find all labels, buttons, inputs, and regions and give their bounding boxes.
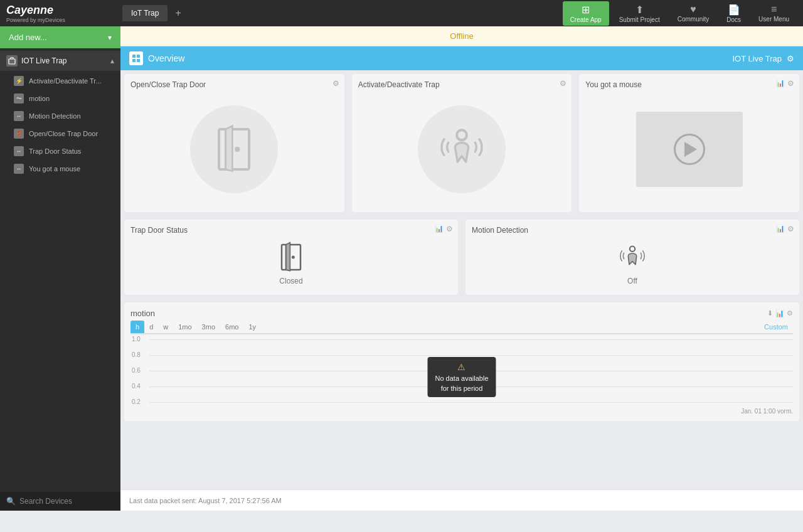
main-layout: Add new... ▾ IOT Live Trap ▴ ⚡ <box>0 26 803 511</box>
chart-line-0.2: 0.2 <box>149 402 793 403</box>
docs-label: Docs <box>726 16 741 23</box>
sidebar-item-you-got-a-mouse[interactable]: ↔ You got a mouse <box>0 160 120 178</box>
mouse-sidebar-icon: ↔ <box>14 164 24 174</box>
sidebar-item-trap-door-status[interactable]: ↔ Trap Door Status <box>0 142 120 160</box>
chart-time-tabs: h d w 1mo 3mo 6mo 1y Custom <box>130 321 793 334</box>
search-devices-bar[interactable]: 🔍 Search Devices <box>0 492 120 511</box>
trap-door-status-settings-icon[interactable]: ⚙ <box>446 225 453 233</box>
activate-deactivate-circle[interactable] <box>418 105 506 193</box>
settings-icon[interactable]: ⚙ <box>787 54 794 63</box>
community-button[interactable]: ♥ Community <box>670 1 717 25</box>
submit-project-icon: ⬆ <box>635 4 644 16</box>
user-menu-button[interactable]: ≡ User Menu <box>751 1 797 25</box>
open-close-settings-icon[interactable]: ⚙ <box>332 79 339 88</box>
svg-rect-8 <box>282 245 300 270</box>
logo-sub: Powered by myDevices <box>6 17 116 23</box>
logo-text: Cayenne <box>6 4 116 17</box>
svg-rect-1 <box>132 55 136 58</box>
nav-plus-button[interactable]: + <box>170 5 186 21</box>
content-scroll: Open/Close Trap Door ⚙ <box>120 70 803 489</box>
activate-deactivate-icon: ⚡ <box>14 76 24 86</box>
download-icon[interactable]: ⬇ <box>767 309 773 317</box>
svg-point-9 <box>292 256 295 259</box>
svg-rect-2 <box>137 55 140 58</box>
sidebar-item-open-close-trap-door[interactable]: 🚪 Open/Close Trap Door <box>0 125 120 142</box>
motion-chart-title: motion <box>130 309 155 318</box>
motion-detection-sidebar-icon: ↔ <box>14 111 24 121</box>
search-icon: 🔍 <box>6 497 16 506</box>
overview-device-title: IOT Live Trap <box>732 54 782 63</box>
no-data-line2: for this period <box>441 385 483 392</box>
chart-tab-1y[interactable]: 1y <box>243 321 261 333</box>
chart-expand-icon[interactable]: 📊 <box>775 309 784 317</box>
chart-tab-h[interactable]: h <box>130 321 144 333</box>
content-area: Offline Overview IOT Live Trap ⚙ <box>120 26 803 511</box>
sidebar-item-activate-deactivate[interactable]: ⚡ Activate/Deactivate Tr... <box>0 72 120 90</box>
trap-door-status-icon <box>275 242 307 273</box>
chart-tab-custom[interactable]: Custom <box>759 321 793 333</box>
svg-rect-4 <box>137 59 140 62</box>
docs-button[interactable]: 📄 Docs <box>719 1 748 26</box>
activate-deactivate-body <box>358 93 566 206</box>
sidebar-item-motion[interactable]: 〜 motion <box>0 90 120 107</box>
add-new-button[interactable]: Add new... ▾ <box>0 26 120 48</box>
trap-door-status-label: Closed <box>279 277 302 285</box>
you-got-a-mouse-settings-icon[interactable]: ⚙ <box>787 79 794 88</box>
user-menu-label: User Menu <box>758 16 789 23</box>
device-group: IOT Live Trap ▴ ⚡ Activate/Deactivate Tr… <box>0 51 120 179</box>
tab-area: IoT Trap + <box>122 5 563 21</box>
overview-header: Overview IOT Live Trap ⚙ <box>120 46 803 70</box>
motion-sidebar-icon: 〜 <box>14 93 24 104</box>
chart-tab-1mo[interactable]: 1mo <box>173 321 196 333</box>
motion-detection-body: Off <box>472 238 793 289</box>
device-header-left: IOT Live Trap <box>6 55 66 66</box>
overview-header-right: IOT Live Trap ⚙ <box>732 54 794 63</box>
motion-detection-icon <box>617 242 648 273</box>
chart-tab-w[interactable]: w <box>158 321 173 333</box>
sidebar-item-motion-detection[interactable]: ↔ Motion Detection <box>0 107 120 125</box>
activate-deactivate-settings-icon[interactable]: ⚙ <box>560 79 566 88</box>
you-got-a-mouse-title: You got a mouse <box>585 80 793 89</box>
chart-tab-3mo[interactable]: 3mo <box>197 321 220 333</box>
bottom-widget-row: Trap Door Status 📊 ⚙ <box>120 216 803 299</box>
activate-deactivate-widget: Activate/Deactivate Trap ⚙ <box>352 74 572 212</box>
chart-icon2[interactable]: 📊 <box>435 225 444 233</box>
open-close-title: Open/Close Trap Door <box>130 80 338 89</box>
chart-line-0.8: 0.8 <box>149 355 793 356</box>
device-name: IOT Live Trap <box>21 56 66 65</box>
play-button[interactable] <box>674 134 705 165</box>
svg-rect-3 <box>132 59 136 62</box>
chart-no-data-tooltip: ⚠ No data available for this period <box>427 357 496 397</box>
chart-tab-6mo[interactable]: 6mo <box>220 321 243 333</box>
sidebar-items: ⚡ Activate/Deactivate Tr... 〜 motion ↔ M… <box>0 71 120 179</box>
motion-detection-settings: 📊 ⚙ <box>776 225 794 233</box>
device-header-iot-live-trap[interactable]: IOT Live Trap ▴ <box>0 51 120 71</box>
community-label: Community <box>678 16 710 23</box>
chart-icon3[interactable]: 📊 <box>776 225 785 233</box>
device-icon <box>6 55 18 66</box>
chart-settings-icon[interactable]: ⚙ <box>787 309 793 317</box>
motion-chart-widget: motion ⬇ 📊 ⚙ h d w 1mo 3mo 6mo 1y Custom <box>124 302 799 421</box>
top-nav: Cayenne Powered by myDevices IoT Trap + … <box>0 0 803 26</box>
overview-icon <box>129 51 143 65</box>
chevron-down-icon: ▾ <box>108 33 112 42</box>
open-close-trap-door-widget: Open/Close Trap Door ⚙ <box>124 74 344 212</box>
open-close-circle[interactable] <box>190 105 278 193</box>
chart-x-label: Jan. 01 1:00 vorm. <box>741 408 793 415</box>
chart-tab-d[interactable]: d <box>144 321 158 333</box>
community-icon: ♥ <box>690 4 696 15</box>
offline-banner: Offline <box>120 26 803 46</box>
video-player[interactable] <box>636 112 743 187</box>
chart-icon[interactable]: 📊 <box>776 79 785 88</box>
motion-detection-settings-icon[interactable]: ⚙ <box>787 225 794 233</box>
nav-tab-iot-trap[interactable]: IoT Trap <box>122 5 168 21</box>
submit-project-button[interactable]: ⬆ Submit Project <box>612 1 667 26</box>
status-bar: Last data packet sent: August 7, 2017 5:… <box>120 489 803 511</box>
create-app-button[interactable]: ⊞ Create App <box>563 1 609 26</box>
user-menu-icon: ≡ <box>771 4 777 15</box>
status-bar-text: Last data packet sent: August 7, 2017 5:… <box>129 497 282 504</box>
svg-point-10 <box>630 247 635 252</box>
add-new-label: Add new... <box>9 33 47 42</box>
door-icon <box>209 124 259 174</box>
trap-door-status-wrap: Closed <box>275 242 307 285</box>
